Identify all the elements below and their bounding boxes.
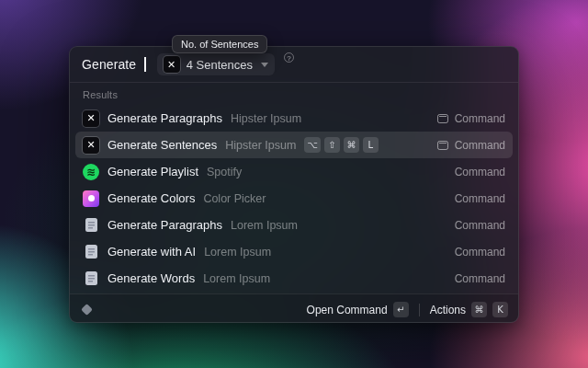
open-command-button[interactable]: Open Command ↵ [307, 302, 409, 317]
result-title: Generate Colors [107, 191, 195, 205]
shortcut-keys: ⌥⇧⌘L [304, 137, 379, 153]
result-subtitle: Lorem Ipsum [204, 246, 271, 259]
result-subtitle: Lorem Ipsum [203, 272, 270, 285]
result-subtitle: Lorem Ipsum [231, 219, 298, 232]
text-cursor [144, 57, 146, 72]
result-subtitle: Hipster Ipsum [225, 139, 296, 152]
result-right-accessory: Command [455, 219, 505, 232]
actions-button[interactable]: Actions ⌘ K [430, 302, 508, 317]
results-list: Generate Paragraphs Hipster Ipsum Comman… [70, 103, 518, 293]
k-key-icon: K [492, 302, 508, 317]
result-right-accessory: Command [455, 192, 505, 205]
open-command-label: Open Command [307, 304, 388, 316]
shortcut-key: ⌘ [344, 137, 359, 153]
result-row[interactable]: Generate Colors Color Picker Command [75, 185, 513, 212]
lorem-document-icon [83, 244, 99, 260]
dropdown-tooltip: No. of Sentences [172, 35, 267, 53]
launcher-window: Generate 4 Sentences ? Results Generate … [69, 46, 519, 323]
result-right-accessory: Command [437, 139, 505, 152]
sentences-dropdown-value: 4 Sentences [187, 58, 253, 72]
enter-key-icon: ↵ [393, 302, 409, 317]
lorem-document-icon [83, 270, 99, 287]
command-panel-icon [437, 114, 448, 123]
result-right-accessory: Command [455, 166, 505, 178]
shortcut-key: ⇧ [324, 137, 340, 153]
result-row[interactable]: Generate Paragraphs Lorem Ipsum Command [75, 212, 513, 238]
command-key-icon: ⌘ [471, 302, 487, 317]
result-row[interactable]: Generate Paragraphs Hipster Ipsum Comman… [75, 105, 513, 132]
result-type-label: Command [455, 112, 505, 125]
color-picker-icon [83, 190, 99, 207]
result-row[interactable]: Generate Playlist Spotify Command [75, 158, 513, 185]
hipster-ipsum-icon [83, 110, 99, 127]
results-section-header: Results [70, 83, 518, 103]
result-type-label: Command [455, 219, 505, 232]
result-row[interactable]: Generate Sentences Hipster Ipsum ⌥⇧⌘L Co… [75, 132, 513, 158]
lorem-document-icon [83, 217, 99, 234]
shortcut-key: ⌥ [304, 137, 321, 153]
result-right-accessory: Command [455, 272, 505, 285]
search-input[interactable]: Generate [82, 57, 136, 72]
result-subtitle: Spotify [207, 166, 242, 178]
result-type-label: Command [455, 192, 505, 205]
spotify-icon [83, 164, 99, 180]
footer-bar: Open Command ↵ Actions ⌘ K [70, 293, 518, 323]
shortcut-key: L [363, 137, 379, 153]
result-type-label: Command [455, 272, 505, 285]
help-icon[interactable]: ? [284, 52, 294, 63]
result-title: Generate Playlist [107, 165, 198, 178]
result-title: Generate with AI [107, 245, 196, 259]
search-bar[interactable]: Generate 4 Sentences ? [70, 47, 518, 83]
result-title: Generate Words [107, 271, 195, 285]
actions-label: Actions [430, 304, 466, 316]
result-title: Generate Paragraphs [107, 218, 222, 232]
result-type-label: Command [455, 166, 505, 178]
result-type-label: Command [455, 139, 505, 152]
result-subtitle: Color Picker [203, 192, 266, 205]
extension-logo-icon [81, 304, 93, 316]
sentences-dropdown[interactable]: 4 Sentences [157, 53, 275, 75]
hipster-ipsum-icon [83, 137, 99, 154]
command-panel-icon [437, 141, 448, 150]
result-right-accessory: Command [455, 246, 505, 259]
result-title: Generate Sentences [107, 138, 217, 152]
result-subtitle: Hipster Ipsum [231, 112, 301, 125]
result-title: Generate Paragraphs [107, 111, 222, 125]
result-row[interactable]: Generate Words Lorem Ipsum Command [75, 265, 513, 292]
footer-divider [419, 304, 420, 316]
result-row[interactable]: Generate with AI Lorem Ipsum Command [75, 238, 513, 265]
result-type-label: Command [455, 246, 505, 259]
hipster-ipsum-icon [164, 56, 180, 73]
result-right-accessory: Command [437, 112, 505, 125]
chevron-down-icon [261, 63, 268, 67]
